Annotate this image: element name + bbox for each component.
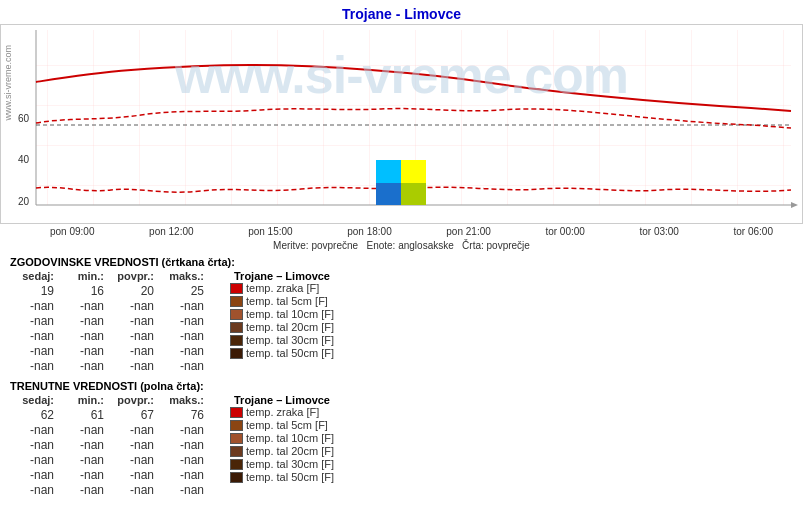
curr-povpr-2: -nan (110, 438, 160, 452)
curr-data-row-4: -nan -nan -nan -nan (10, 468, 210, 482)
si-vreme-side-label: www.si-vreme.com (3, 45, 13, 121)
curr-sedaj-2: -nan (10, 438, 60, 452)
subtitle-crta: Črta: povprečje (462, 240, 530, 251)
svg-marker-10 (791, 202, 798, 208)
curr-maks-4: -nan (160, 468, 210, 482)
svg-rect-15 (401, 183, 426, 205)
curr-sedaj-5: -nan (10, 483, 60, 497)
xlabel-3: pon 18:00 (347, 226, 392, 237)
hist-data-row-0: 19 16 20 25 (10, 284, 210, 298)
hist-min-5: -nan (60, 359, 110, 373)
hist-label-1: temp. tal 5cm [F] (246, 295, 328, 307)
hist-swatch-1 (230, 296, 243, 307)
hist-col-maks: maks.: (160, 270, 210, 282)
xlabel-7: tor 06:00 (734, 226, 773, 237)
curr-povpr-1: -nan (110, 423, 160, 437)
hist-swatch-2 (230, 309, 243, 320)
current-header: TRENUTNE VREDNOSTI (polna črta): (10, 380, 793, 392)
curr-min-4: -nan (60, 468, 110, 482)
curr-label-row-0: temp. zraka [F] (230, 406, 334, 418)
hist-label-row-0: temp. zraka [F] (230, 282, 334, 294)
curr-label-row-3: temp. tal 20cm [F] (230, 445, 334, 457)
curr-swatch-4 (230, 459, 243, 470)
chart-xlabels: pon 09:00 pon 12:00 pon 15:00 pon 18:00 … (0, 224, 803, 239)
hist-data-row-1: -nan -nan -nan -nan (10, 299, 210, 313)
curr-maks-3: -nan (160, 453, 210, 467)
hist-data-row-3: -nan -nan -nan -nan (10, 329, 210, 343)
curr-data-row-0: 62 61 67 76 (10, 408, 210, 422)
xlabel-1: pon 12:00 (149, 226, 194, 237)
curr-data-row-5: -nan -nan -nan -nan (10, 483, 210, 497)
historic-section: ZGODOVINSKE VREDNOSTI (črtkana črta): se… (10, 256, 793, 374)
curr-maks-2: -nan (160, 438, 210, 452)
hist-maks-4: -nan (160, 344, 210, 358)
svg-text:60: 60 (18, 113, 30, 124)
curr-swatch-1 (230, 420, 243, 431)
curr-sedaj-4: -nan (10, 468, 60, 482)
hist-sedaj-3: -nan (10, 329, 60, 343)
hist-label-row-1: temp. tal 5cm [F] (230, 295, 334, 307)
hist-min-0: 16 (60, 284, 110, 298)
svg-text:20: 20 (18, 196, 30, 207)
hist-sedaj-1: -nan (10, 299, 60, 313)
chart-title: Trojane - Limovce (0, 0, 803, 24)
curr-col-maks: maks.: (160, 394, 210, 406)
hist-label-4: temp. tal 30cm [F] (246, 334, 334, 346)
historic-header: ZGODOVINSKE VREDNOSTI (črtkana črta): (10, 256, 793, 268)
current-table-left: sedaj: min.: povpr.: maks.: 62 61 67 76 … (10, 394, 210, 498)
curr-label-2: temp. tal 10cm [F] (246, 432, 334, 444)
curr-sedaj-0: 62 (10, 408, 60, 422)
hist-povpr-5: -nan (110, 359, 160, 373)
hist-col-sedaj: sedaj: (10, 270, 60, 282)
curr-label-4: temp. tal 30cm [F] (246, 458, 334, 470)
chart-svg: 20 40 60 (1, 25, 803, 224)
curr-label-1: temp. tal 5cm [F] (246, 419, 328, 431)
hist-label-row-3: temp. tal 20cm [F] (230, 321, 334, 333)
hist-label-5: temp. tal 50cm [F] (246, 347, 334, 359)
current-table-right: Trojane – Limovce temp. zraka [F] temp. … (230, 394, 334, 498)
curr-min-5: -nan (60, 483, 110, 497)
historic-table-right: Trojane – Limovce temp. zraka [F] temp. … (230, 270, 334, 374)
hist-sedaj-5: -nan (10, 359, 60, 373)
hist-sedaj-0: 19 (10, 284, 60, 298)
curr-data-row-3: -nan -nan -nan -nan (10, 453, 210, 467)
curr-label-row-4: temp. tal 30cm [F] (230, 458, 334, 470)
curr-data-row-2: -nan -nan -nan -nan (10, 438, 210, 452)
hist-label-row-5: temp. tal 50cm [F] (230, 347, 334, 359)
curr-povpr-0: 67 (110, 408, 160, 422)
hist-col-povpr: povpr.: (110, 270, 160, 282)
curr-label-0: temp. zraka [F] (246, 406, 319, 418)
historic-table-left: sedaj: min.: povpr.: maks.: 19 16 20 25 … (10, 270, 210, 374)
curr-maks-5: -nan (160, 483, 210, 497)
hist-maks-3: -nan (160, 329, 210, 343)
chart-subtitle: Meritve: povprečne Enote: anglosakske Čr… (0, 239, 803, 252)
hist-station-label: Trojane – Limovce (234, 270, 334, 282)
xlabel-0: pon 09:00 (50, 226, 95, 237)
hist-maks-5: -nan (160, 359, 210, 373)
subtitle-meritve: Meritve: povprečne (273, 240, 364, 251)
svg-text:40: 40 (18, 154, 30, 165)
hist-swatch-0 (230, 283, 243, 294)
curr-station-label: Trojane – Limovce (234, 394, 334, 406)
hist-col-min: min.: (60, 270, 110, 282)
curr-swatch-5 (230, 472, 243, 483)
hist-label-0: temp. zraka [F] (246, 282, 319, 294)
hist-sedaj-4: -nan (10, 344, 60, 358)
hist-min-3: -nan (60, 329, 110, 343)
curr-povpr-5: -nan (110, 483, 160, 497)
curr-povpr-3: -nan (110, 453, 160, 467)
hist-label-2: temp. tal 10cm [F] (246, 308, 334, 320)
curr-label-3: temp. tal 20cm [F] (246, 445, 334, 457)
curr-min-2: -nan (60, 438, 110, 452)
hist-sedaj-2: -nan (10, 314, 60, 328)
hist-swatch-4 (230, 335, 243, 346)
current-section: TRENUTNE VREDNOSTI (polna črta): sedaj: … (10, 380, 793, 498)
curr-label-5: temp. tal 50cm [F] (246, 471, 334, 483)
hist-povpr-0: 20 (110, 284, 160, 298)
curr-min-3: -nan (60, 453, 110, 467)
hist-povpr-1: -nan (110, 299, 160, 313)
hist-data-row-5: -nan -nan -nan -nan (10, 359, 210, 373)
hist-povpr-2: -nan (110, 314, 160, 328)
hist-min-4: -nan (60, 344, 110, 358)
curr-povpr-4: -nan (110, 468, 160, 482)
